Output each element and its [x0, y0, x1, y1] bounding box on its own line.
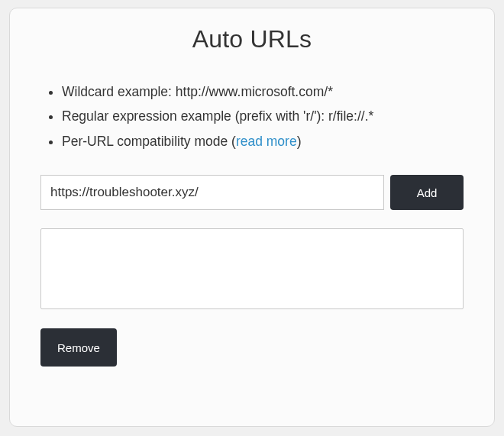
panel-title: Auto URLs: [40, 25, 464, 53]
info-compat: Per-URL compatibility mode (read more): [62, 129, 464, 153]
read-more-link[interactable]: read more: [236, 134, 297, 149]
url-listbox[interactable]: [40, 228, 464, 309]
info-compat-suffix: ): [297, 134, 302, 149]
info-regex: Regular expression example (prefix with …: [62, 104, 464, 128]
auto-urls-panel: Auto URLs Wildcard example: http://www.m…: [9, 8, 495, 427]
info-compat-prefix: Per-URL compatibility mode (: [62, 134, 236, 149]
info-list: Wildcard example: http://www.microsoft.c…: [40, 79, 464, 153]
url-input-row: Add: [40, 175, 464, 210]
info-wildcard: Wildcard example: http://www.microsoft.c…: [62, 79, 464, 104]
remove-button[interactable]: Remove: [40, 328, 117, 367]
add-button[interactable]: Add: [390, 175, 464, 210]
url-input[interactable]: [40, 175, 384, 210]
